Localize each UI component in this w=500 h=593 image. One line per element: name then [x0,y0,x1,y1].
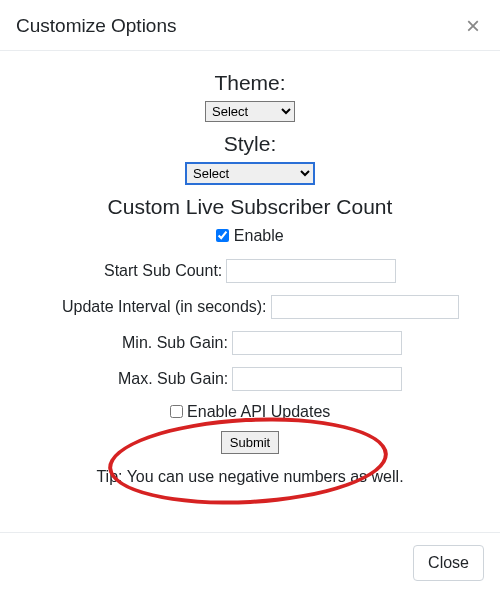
min-gain-input[interactable] [232,331,402,355]
style-label: Style: [24,132,476,156]
theme-label: Theme: [24,71,476,95]
close-button[interactable]: Close [413,545,484,581]
enable-api-label: Enable API Updates [187,403,330,420]
annotation-circle [106,411,390,512]
start-sub-label: Start Sub Count: [104,262,222,280]
modal-footer: Close [0,532,500,593]
close-icon[interactable]: × [462,14,484,38]
min-gain-label: Min. Sub Gain: [122,334,228,352]
custom-count-header: Custom Live Subscriber Count [24,195,476,219]
theme-select[interactable]: Select [205,101,295,122]
enable-checkbox[interactable] [216,229,229,242]
update-interval-label: Update Interval (in seconds): [62,298,267,316]
modal-body: Theme: Select Style: Select Custom Live … [0,51,500,532]
max-gain-label: Max. Sub Gain: [118,370,228,388]
style-select[interactable]: Select [185,162,315,185]
enable-api-checkbox[interactable] [170,405,183,418]
modal-header: Customize Options × [0,0,500,51]
submit-button[interactable]: Submit [221,431,279,454]
enable-label: Enable [234,227,284,244]
start-sub-input[interactable] [226,259,396,283]
customize-options-modal: Customize Options × Theme: Select Style:… [0,0,500,593]
modal-title: Customize Options [16,15,177,37]
max-gain-input[interactable] [232,367,402,391]
update-interval-input[interactable] [271,295,459,319]
tip-text: Tip: You can use negative numbers as wel… [24,468,476,486]
